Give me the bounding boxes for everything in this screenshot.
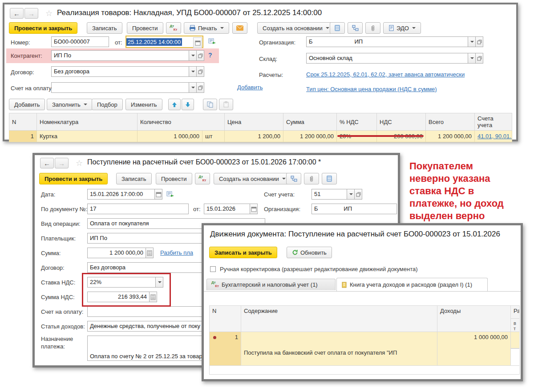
item-total[interactable]: 1 200 000,00 <box>426 131 475 142</box>
col-content[interactable]: Содержание <box>241 305 437 332</box>
settlements-link[interactable]: Срок 25.12.2025, 62.01, 62.02, зачет ава… <box>306 71 465 78</box>
calendar-icon[interactable] <box>193 37 202 48</box>
reports-button[interactable] <box>322 173 337 184</box>
calculator-icon[interactable] <box>146 248 154 258</box>
counterparty-open-button[interactable] <box>197 50 204 61</box>
item-row[interactable]: 1 Куртка 1 000,000 шт 1 200,00 1 200 000… <box>9 131 512 142</box>
help-question-icon[interactable]: ? <box>208 52 212 59</box>
movement-expense-cell[interactable] <box>510 332 520 348</box>
set-current-time-icon[interactable] <box>208 38 216 46</box>
item-price[interactable]: 1 200,00 <box>225 131 283 142</box>
tab-accounting[interactable]: ДтКт Бухгалтерский и налоговый учет (1) <box>206 279 336 290</box>
warehouse-field[interactable]: Основной склад <box>306 53 468 64</box>
col-income[interactable]: Доходы <box>437 305 511 332</box>
edit-row-button[interactable]: Изменить <box>125 99 162 110</box>
save-button[interactable]: Записать <box>87 22 122 34</box>
edo-button[interactable]: ЭДО <box>383 22 421 34</box>
col-n[interactable]: N <box>9 113 37 131</box>
warehouse-dropdown-button[interactable] <box>468 53 476 64</box>
post-button[interactable]: Провести <box>127 22 163 34</box>
save-button[interactable]: Записать <box>116 173 152 184</box>
amount-field[interactable]: 1 200 000,00 <box>87 248 146 258</box>
calendar-icon[interactable] <box>250 204 258 214</box>
calendar-icon[interactable] <box>155 189 162 200</box>
number-field[interactable]: БО00-000007 <box>51 36 109 47</box>
dtkt-icon: ДтКт <box>199 175 206 183</box>
col-expense-sub[interactable]: в т <box>510 318 520 332</box>
post-and-close-button[interactable]: Провести и закрыть <box>39 173 108 184</box>
col-price[interactable]: Цена <box>225 113 283 131</box>
post-and-close-button[interactable]: Провести и закрыть <box>9 22 77 34</box>
back-button[interactable]: ← <box>40 158 54 168</box>
col-accounts[interactable]: Счета учета <box>475 113 512 131</box>
accounts-link[interactable]: 41.01, 90.01.1, <box>477 133 512 140</box>
pick-button[interactable]: Подбор <box>92 99 123 110</box>
col-n[interactable]: N <box>209 305 241 332</box>
favorite-star-icon[interactable]: ☆ <box>45 8 53 18</box>
attachments-button[interactable] <box>304 173 319 184</box>
document-date-field[interactable]: 25.12.2025 14:00:00 <box>125 36 203 48</box>
save-and-close-button[interactable]: Записать и закрыть <box>209 247 277 258</box>
dtkt-postings-button[interactable]: ДтКт <box>166 22 181 34</box>
favorite-star-icon[interactable]: ☆ <box>76 158 83 168</box>
add-row-button[interactable]: Добавить <box>9 99 45 110</box>
invoice-open-button[interactable] <box>197 82 204 93</box>
attachments-button[interactable] <box>365 22 380 34</box>
counterparty-field[interactable]: ИП По <box>51 50 189 61</box>
organization-field[interactable]: Б ИП <box>306 36 468 47</box>
organization-dropdown-button[interactable] <box>468 36 476 47</box>
invoice-field[interactable] <box>51 82 189 93</box>
col-nomenclature[interactable]: Номенклатура <box>37 113 138 131</box>
create-based-on-button[interactable]: Создать на основании <box>257 22 335 34</box>
col-vat-pct[interactable]: % НДС <box>337 113 377 131</box>
movement-income-cell[interactable]: 1 000 000,00 <box>437 332 511 366</box>
invoice-dropdown-button[interactable] <box>189 82 197 93</box>
contract-open-button[interactable] <box>197 66 204 77</box>
set-current-time-icon[interactable] <box>166 191 174 199</box>
contract-field[interactable]: Без договора <box>51 66 189 77</box>
copy-button[interactable] <box>203 99 217 110</box>
counterparty-dropdown-button[interactable] <box>189 50 197 61</box>
document-structure-button[interactable] <box>348 22 363 34</box>
paste-button[interactable] <box>219 99 233 110</box>
account-open-button[interactable] <box>355 189 362 200</box>
account-dropdown-button[interactable] <box>347 189 355 200</box>
contract-dropdown-button[interactable] <box>189 66 197 77</box>
post-button[interactable]: Провести <box>156 173 192 184</box>
print-button[interactable]: Печать <box>184 22 229 34</box>
account-field[interactable]: 51 <box>312 189 347 200</box>
forward-button[interactable]: → <box>24 8 38 19</box>
col-sum[interactable]: Сумма <box>283 113 337 131</box>
dtkt-postings-button[interactable]: ДтКт <box>195 173 210 184</box>
col-expense[interactable]: Ра <box>510 305 520 319</box>
refresh-button[interactable]: Обновить <box>287 247 332 258</box>
send-email-button[interactable] <box>232 22 247 34</box>
create-based-on-button[interactable]: Создать на основании <box>214 173 291 184</box>
back-button[interactable]: ← <box>10 8 24 19</box>
col-vat[interactable]: НДС <box>377 113 426 131</box>
item-qty[interactable]: 1 000,000 <box>138 131 202 142</box>
price-type-link[interactable]: Тип цен: Основная цена продажи (НДС в су… <box>306 86 437 92</box>
item-sum[interactable]: 1 200 000,00 <box>283 131 337 142</box>
movement-marker-cell[interactable]: 1 <box>209 332 241 366</box>
organization-field[interactable]: Б ИП <box>312 204 397 214</box>
organization-open-button[interactable] <box>476 36 483 47</box>
forward-button[interactable]: → <box>55 158 69 168</box>
manual-adjustment-checkbox[interactable] <box>210 266 216 272</box>
col-total[interactable]: Всего <box>426 113 475 131</box>
doc-date-field[interactable]: 15.01.2026 <box>204 204 250 214</box>
move-up-button[interactable] <box>168 99 181 110</box>
document-structure-button[interactable] <box>286 173 301 184</box>
split-payment-link[interactable]: Разбить пла <box>160 249 193 256</box>
add-invoice-link[interactable]: Добавить <box>237 84 263 91</box>
fill-button[interactable]: Заполнить <box>47 99 93 110</box>
item-nomenclature[interactable]: Куртка <box>37 131 138 142</box>
doc-number-field[interactable]: 17 <box>87 204 189 214</box>
move-down-button[interactable] <box>182 99 194 110</box>
tab-kudir[interactable]: Книга учета доходов и расходов (раздел I… <box>336 278 488 291</box>
date-field[interactable]: 15.01.2026 17:00:00 <box>87 189 155 200</box>
col-qty[interactable]: Количество <box>138 113 225 131</box>
reports-button[interactable] <box>330 22 345 34</box>
movement-content-cell[interactable]: Поступила на банковский счет оплата от п… <box>241 332 437 366</box>
warehouse-open-button[interactable] <box>476 53 483 64</box>
